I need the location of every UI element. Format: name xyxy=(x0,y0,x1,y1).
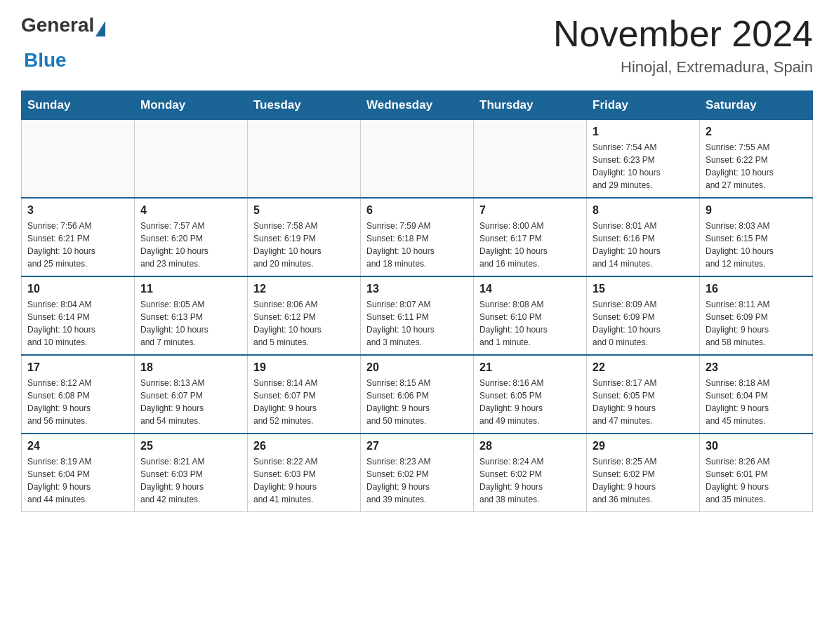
calendar-cell: 28Sunrise: 8:24 AM Sunset: 6:02 PM Dayli… xyxy=(474,434,587,512)
calendar-cell: 24Sunrise: 8:19 AM Sunset: 6:04 PM Dayli… xyxy=(22,434,135,512)
day-info: Sunrise: 8:26 AM Sunset: 6:01 PM Dayligh… xyxy=(706,455,807,506)
calendar-cell: 9Sunrise: 8:03 AM Sunset: 6:15 PM Daylig… xyxy=(700,198,813,276)
column-header-wednesday: Wednesday xyxy=(361,91,474,120)
day-number: 15 xyxy=(593,283,694,295)
calendar-cell xyxy=(135,120,248,199)
day-info: Sunrise: 8:09 AM Sunset: 6:09 PM Dayligh… xyxy=(593,298,694,349)
day-info: Sunrise: 8:16 AM Sunset: 6:05 PM Dayligh… xyxy=(479,377,581,427)
day-number: 4 xyxy=(140,204,241,217)
calendar-cell: 29Sunrise: 8:25 AM Sunset: 6:02 PM Dayli… xyxy=(587,434,700,512)
day-info: Sunrise: 8:12 AM Sunset: 6:08 PM Dayligh… xyxy=(27,377,128,427)
calendar-cell: 11Sunrise: 8:05 AM Sunset: 6:13 PM Dayli… xyxy=(135,276,248,355)
day-number: 20 xyxy=(366,361,468,374)
day-info: Sunrise: 8:18 AM Sunset: 6:04 PM Dayligh… xyxy=(706,377,807,427)
day-number: 13 xyxy=(366,283,468,295)
day-info: Sunrise: 8:04 AM Sunset: 6:14 PM Dayligh… xyxy=(27,298,128,349)
day-number: 8 xyxy=(593,204,694,217)
logo-blue-text: Blue xyxy=(24,49,105,72)
calendar-cell: 18Sunrise: 8:13 AM Sunset: 6:07 PM Dayli… xyxy=(135,355,248,434)
day-info: Sunrise: 8:08 AM Sunset: 6:10 PM Dayligh… xyxy=(479,298,581,349)
day-info: Sunrise: 8:11 AM Sunset: 6:09 PM Dayligh… xyxy=(706,298,807,349)
day-number: 26 xyxy=(253,440,355,452)
logo-triangle-icon xyxy=(95,21,105,36)
day-number: 7 xyxy=(479,204,581,217)
calendar-cell: 15Sunrise: 8:09 AM Sunset: 6:09 PM Dayli… xyxy=(587,276,700,355)
day-number: 18 xyxy=(140,361,241,374)
column-header-tuesday: Tuesday xyxy=(248,91,361,120)
day-info: Sunrise: 7:55 AM Sunset: 6:22 PM Dayligh… xyxy=(706,141,807,192)
calendar-cell: 16Sunrise: 8:11 AM Sunset: 6:09 PM Dayli… xyxy=(700,276,813,355)
logo: General Blue xyxy=(21,14,105,72)
column-header-thursday: Thursday xyxy=(474,91,587,120)
day-info: Sunrise: 8:07 AM Sunset: 6:11 PM Dayligh… xyxy=(366,298,468,349)
day-number: 5 xyxy=(253,204,355,217)
day-info: Sunrise: 8:21 AM Sunset: 6:03 PM Dayligh… xyxy=(140,455,241,506)
calendar-cell: 8Sunrise: 8:01 AM Sunset: 6:16 PM Daylig… xyxy=(587,198,700,276)
day-info: Sunrise: 7:56 AM Sunset: 6:21 PM Dayligh… xyxy=(27,220,128,270)
day-info: Sunrise: 7:54 AM Sunset: 6:23 PM Dayligh… xyxy=(593,141,694,192)
calendar-cell: 12Sunrise: 8:06 AM Sunset: 6:12 PM Dayli… xyxy=(248,276,361,355)
page-header: General Blue November 2024 Hinojal, Extr… xyxy=(21,14,813,76)
day-info: Sunrise: 8:13 AM Sunset: 6:07 PM Dayligh… xyxy=(140,377,241,427)
day-number: 9 xyxy=(706,204,807,217)
calendar-cell: 1Sunrise: 7:54 AM Sunset: 6:23 PM Daylig… xyxy=(587,120,700,199)
calendar-week-row: 24Sunrise: 8:19 AM Sunset: 6:04 PM Dayli… xyxy=(22,434,813,512)
calendar-cell xyxy=(361,120,474,199)
day-number: 16 xyxy=(706,283,807,295)
calendar-cell: 13Sunrise: 8:07 AM Sunset: 6:11 PM Dayli… xyxy=(361,276,474,355)
day-info: Sunrise: 8:17 AM Sunset: 6:05 PM Dayligh… xyxy=(593,377,694,427)
day-number: 25 xyxy=(140,440,241,452)
calendar-cell: 17Sunrise: 8:12 AM Sunset: 6:08 PM Dayli… xyxy=(22,355,135,434)
day-number: 11 xyxy=(140,283,241,295)
day-number: 1 xyxy=(593,126,694,138)
calendar-cell: 5Sunrise: 7:58 AM Sunset: 6:19 PM Daylig… xyxy=(248,198,361,276)
location-text: Hinojal, Extremadura, Spain xyxy=(553,58,813,76)
calendar-cell xyxy=(474,120,587,199)
calendar-cell xyxy=(22,120,135,199)
calendar-cell: 30Sunrise: 8:26 AM Sunset: 6:01 PM Dayli… xyxy=(700,434,813,512)
calendar-cell: 22Sunrise: 8:17 AM Sunset: 6:05 PM Dayli… xyxy=(587,355,700,434)
day-number: 3 xyxy=(27,204,128,217)
day-info: Sunrise: 8:00 AM Sunset: 6:17 PM Dayligh… xyxy=(479,220,581,270)
column-header-saturday: Saturday xyxy=(700,91,813,120)
day-info: Sunrise: 8:01 AM Sunset: 6:16 PM Dayligh… xyxy=(593,220,694,270)
day-number: 17 xyxy=(27,361,128,374)
logo-general-text: General xyxy=(21,14,94,36)
calendar-cell: 25Sunrise: 8:21 AM Sunset: 6:03 PM Dayli… xyxy=(135,434,248,512)
calendar-cell: 26Sunrise: 8:22 AM Sunset: 6:03 PM Dayli… xyxy=(248,434,361,512)
calendar-cell: 14Sunrise: 8:08 AM Sunset: 6:10 PM Dayli… xyxy=(474,276,587,355)
day-info: Sunrise: 8:15 AM Sunset: 6:06 PM Dayligh… xyxy=(366,377,468,427)
day-info: Sunrise: 8:14 AM Sunset: 6:07 PM Dayligh… xyxy=(253,377,355,427)
day-number: 21 xyxy=(479,361,581,374)
calendar-cell: 20Sunrise: 8:15 AM Sunset: 6:06 PM Dayli… xyxy=(361,355,474,434)
day-info: Sunrise: 8:25 AM Sunset: 6:02 PM Dayligh… xyxy=(593,455,694,506)
day-number: 23 xyxy=(706,361,807,374)
calendar-cell: 6Sunrise: 7:59 AM Sunset: 6:18 PM Daylig… xyxy=(361,198,474,276)
day-info: Sunrise: 8:06 AM Sunset: 6:12 PM Dayligh… xyxy=(253,298,355,349)
column-header-friday: Friday xyxy=(587,91,700,120)
month-title: November 2024 xyxy=(553,14,813,54)
day-number: 22 xyxy=(593,361,694,374)
day-number: 10 xyxy=(27,283,128,295)
day-number: 6 xyxy=(366,204,468,217)
day-number: 14 xyxy=(479,283,581,295)
calendar-week-row: 3Sunrise: 7:56 AM Sunset: 6:21 PM Daylig… xyxy=(22,198,813,276)
calendar-cell: 21Sunrise: 8:16 AM Sunset: 6:05 PM Dayli… xyxy=(474,355,587,434)
day-number: 28 xyxy=(479,440,581,452)
day-number: 24 xyxy=(27,440,128,452)
calendar-cell: 23Sunrise: 8:18 AM Sunset: 6:04 PM Dayli… xyxy=(700,355,813,434)
day-number: 27 xyxy=(366,440,468,452)
calendar-week-row: 1Sunrise: 7:54 AM Sunset: 6:23 PM Daylig… xyxy=(22,120,813,199)
calendar-cell: 19Sunrise: 8:14 AM Sunset: 6:07 PM Dayli… xyxy=(248,355,361,434)
day-number: 30 xyxy=(706,440,807,452)
day-info: Sunrise: 8:03 AM Sunset: 6:15 PM Dayligh… xyxy=(706,220,807,270)
calendar-cell: 2Sunrise: 7:55 AM Sunset: 6:22 PM Daylig… xyxy=(700,120,813,199)
day-number: 19 xyxy=(253,361,355,374)
calendar-cell: 10Sunrise: 8:04 AM Sunset: 6:14 PM Dayli… xyxy=(22,276,135,355)
day-number: 12 xyxy=(253,283,355,295)
day-info: Sunrise: 8:23 AM Sunset: 6:02 PM Dayligh… xyxy=(366,455,468,506)
calendar-cell: 3Sunrise: 7:56 AM Sunset: 6:21 PM Daylig… xyxy=(22,198,135,276)
day-info: Sunrise: 7:58 AM Sunset: 6:19 PM Dayligh… xyxy=(253,220,355,270)
day-number: 2 xyxy=(706,126,807,138)
calendar-table: SundayMondayTuesdayWednesdayThursdayFrid… xyxy=(21,90,813,512)
